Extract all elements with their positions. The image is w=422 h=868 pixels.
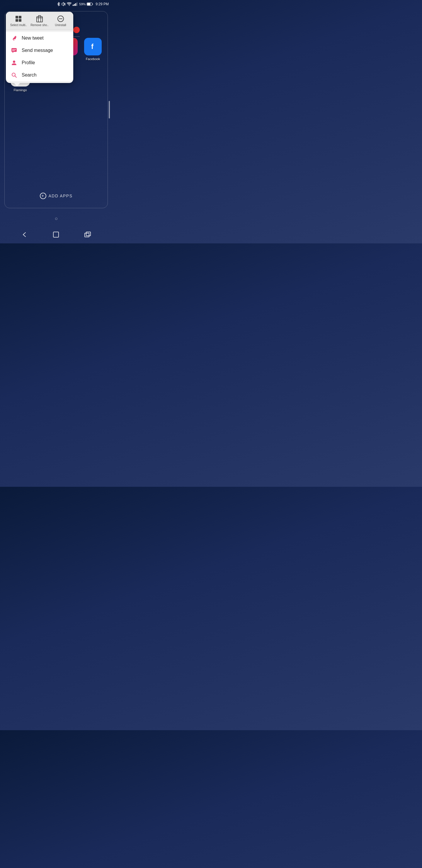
profile-label: Profile (22, 60, 35, 65)
svg-line-34 (15, 76, 17, 78)
svg-rect-16 (15, 16, 18, 19)
battery-icon (87, 2, 93, 6)
battery-percentage: 59% (79, 2, 86, 6)
search-icon (11, 72, 18, 78)
nav-bar (0, 226, 112, 243)
home-indicator (55, 218, 58, 220)
signal-icon (73, 2, 77, 6)
svg-rect-5 (75, 3, 76, 6)
back-button[interactable] (18, 228, 31, 241)
facebook-label: Facebook (86, 57, 100, 61)
send-message-label: Send message (22, 48, 53, 53)
svg-text:f: f (91, 42, 94, 51)
wifi-icon (67, 2, 71, 6)
svg-rect-6 (77, 2, 78, 6)
svg-rect-4 (74, 4, 75, 6)
svg-rect-19 (19, 19, 22, 22)
uninstall-button[interactable]: Uninstall (52, 15, 69, 27)
time: 9:29 PM (96, 2, 109, 6)
context-menu: Select multi.. Remove sho.. (6, 12, 73, 83)
svg-point-32 (13, 61, 15, 63)
svg-rect-28 (11, 48, 17, 52)
svg-rect-35 (53, 232, 59, 237)
recent-apps-button[interactable] (81, 228, 94, 241)
home-button[interactable] (50, 228, 62, 241)
add-apps-label: ADD APPS (48, 193, 72, 198)
facebook-icon: f (84, 38, 102, 55)
add-apps-icon: + (39, 193, 46, 199)
send-message-item[interactable]: Send message (6, 44, 73, 57)
remove-shortcut-icon (36, 15, 43, 22)
scroll-indicator (109, 101, 110, 119)
remove-shortcut-button[interactable]: Remove sho.. (30, 15, 48, 27)
remove-shortcut-label: Remove sho.. (30, 24, 48, 27)
bluetooth-icon (57, 2, 60, 6)
search-item[interactable]: Search (6, 69, 73, 81)
profile-item[interactable]: Profile (6, 57, 73, 69)
svg-rect-8 (87, 3, 91, 5)
mute-icon (62, 2, 66, 6)
facebook-app[interactable]: f Facebook (84, 38, 102, 61)
svg-marker-29 (12, 52, 13, 53)
feather-icon (11, 35, 18, 41)
select-multi-icon (15, 15, 22, 22)
message-icon (11, 48, 18, 53)
context-menu-actions: Select multi.. Remove sho.. (6, 12, 73, 30)
svg-rect-17 (19, 16, 22, 19)
status-icons: 59% 9:29 PM (57, 2, 109, 6)
svg-rect-36 (85, 233, 89, 237)
svg-rect-18 (15, 19, 18, 22)
svg-line-27 (13, 39, 14, 40)
svg-rect-24 (38, 16, 41, 17)
recording-dot (73, 27, 80, 33)
new-tweet-item[interactable]: New tweet (6, 32, 73, 44)
menu-items: New tweet Send message Profi (6, 30, 73, 83)
search-label: Search (22, 72, 37, 78)
svg-rect-20 (37, 17, 42, 22)
new-tweet-label: New tweet (22, 35, 44, 41)
facebook-logo: f (88, 41, 98, 52)
flamingo-label: Flamingo (13, 88, 27, 92)
svg-rect-3 (73, 5, 73, 6)
person-icon (11, 60, 18, 66)
uninstall-label: Uninstall (55, 24, 66, 27)
uninstall-icon (57, 15, 64, 22)
select-multi-label: Select multi.. (10, 24, 27, 27)
svg-rect-37 (86, 232, 91, 236)
status-bar: 59% 9:29 PM (0, 0, 112, 8)
select-multi-button[interactable]: Select multi.. (10, 15, 27, 27)
add-apps-button[interactable]: + ADD APPS (39, 193, 72, 199)
